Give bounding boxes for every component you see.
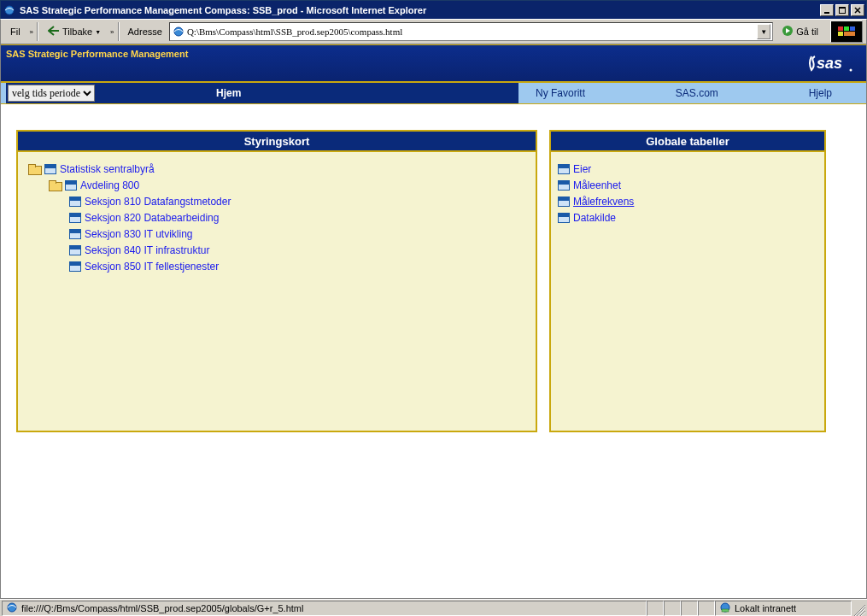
status-zone-text: Lokalt intranett	[735, 603, 796, 613]
chevron-expand-icon[interactable]: »	[30, 28, 33, 36]
svg-rect-6	[838, 26, 843, 31]
folder-open-icon[interactable]	[49, 180, 62, 191]
scorecard-icon	[69, 261, 81, 272]
file-menu-label: Fil	[10, 26, 21, 37]
page-content: SAS Strategic Performance Management sas…	[0, 44, 867, 599]
ie-throbber-icon	[830, 21, 863, 43]
status-url-cell: file:///Q:/Bms/Compass/html/SSB_prod.sep…	[2, 601, 647, 616]
svg-rect-1	[824, 12, 829, 14]
tree-link-section-820[interactable]: Seksjon 820 Databearbeiding	[85, 212, 219, 224]
table-icon	[558, 213, 570, 223]
scorecard-tree: Statistisk sentralbyrå Avdeling 800 Seks…	[18, 152, 536, 431]
svg-rect-8	[850, 26, 855, 31]
folder-open-icon[interactable]	[28, 164, 41, 174]
globals-panel-title: Globale tabeller	[551, 132, 824, 152]
tree-row-section: Seksjon 830 IT utvikling	[25, 226, 529, 242]
globals-list: Eier Måleenhet Målefrekvens Datakilde	[551, 152, 824, 431]
global-link-malefrekvens[interactable]: Målefrekvens	[573, 196, 634, 208]
tree-row-dept: Avdeling 800	[25, 177, 529, 193]
browser-toolbar: Fil » Tilbake ▼ » Adresse ▼ Gå til	[0, 19, 867, 44]
main-area: Styringskort Statistisk sentralbyrå Avde…	[1, 104, 866, 598]
nav-home[interactable]: Hjem	[199, 87, 258, 99]
back-label: Tilbake	[62, 26, 92, 37]
table-icon	[558, 197, 570, 207]
go-arrow-icon	[782, 25, 794, 38]
svg-text:sas: sas	[817, 55, 842, 72]
list-item: Målefrekvens	[558, 193, 817, 209]
chevron-down-icon: ▼	[95, 29, 101, 35]
scorecard-icon	[65, 180, 77, 191]
status-empty-3	[681, 601, 698, 616]
tree-row-section: Seksjon 810 Datafangstmetoder	[25, 193, 529, 209]
global-link-eier[interactable]: Eier	[573, 163, 591, 175]
list-item: Datakilde	[558, 209, 817, 226]
sas-logo-icon: sas	[806, 51, 858, 77]
tree-row-section: Seksjon 850 IT fellestjenester	[25, 258, 529, 274]
status-empty-2	[664, 601, 681, 616]
tree-link-section-850[interactable]: Seksjon 850 IT fellestjenester	[85, 261, 219, 273]
toolbar-separator	[118, 22, 120, 41]
tree-link-section-810[interactable]: Seksjon 810 Datafangstmetoder	[85, 196, 231, 208]
window-title: SAS Strategic Performance Management Com…	[20, 5, 818, 15]
scorecard-panel: Styringskort Statistisk sentralbyrå Avde…	[16, 130, 537, 432]
scorecard-icon	[69, 229, 81, 239]
minimize-button[interactable]	[820, 4, 834, 16]
go-button[interactable]: Gå til	[776, 22, 823, 41]
period-cell: velg tids periode	[6, 83, 139, 103]
app-banner: SAS Strategic Performance Management sas	[1, 44, 866, 82]
svg-rect-15	[722, 609, 729, 612]
scorecard-icon	[69, 197, 81, 207]
file-menu[interactable]: Fil	[4, 22, 26, 41]
address-bar: ▼	[169, 22, 773, 41]
table-icon	[558, 180, 570, 191]
svg-point-12	[850, 69, 852, 72]
svg-rect-9	[838, 32, 843, 36]
toolbar-separator	[37, 22, 38, 41]
nav-new-favorite[interactable]: Ny Favoritt	[518, 87, 602, 99]
tree-row-section: Seksjon 820 Databearbeiding	[25, 209, 529, 226]
resize-grip[interactable]	[852, 601, 865, 616]
chevron-expand-icon[interactable]: »	[110, 28, 114, 36]
status-empty-4	[698, 601, 715, 616]
globals-panel: Globale tabeller Eier Måleenhet Målefrek…	[549, 130, 826, 432]
nav-bar: velg tids periode Hjem Ny Favoritt SAS.c…	[1, 82, 866, 104]
nav-home-area: Hjem	[139, 83, 518, 103]
svg-point-4	[174, 27, 183, 36]
svg-rect-7	[844, 26, 849, 31]
ie-page-icon	[6, 601, 18, 615]
status-empty-1	[647, 601, 664, 616]
scorecard-icon	[44, 164, 56, 174]
close-button[interactable]	[851, 4, 864, 16]
global-link-maleenhet[interactable]: Måleenhet	[573, 179, 621, 191]
table-icon	[558, 164, 570, 174]
scorecard-panel-title: Styringskort	[18, 132, 536, 152]
app-title: SAS Strategic Performance Management	[6, 49, 188, 59]
tree-row-root: Statistisk sentralbyrå	[25, 161, 529, 177]
list-item: Eier	[558, 161, 817, 177]
address-label: Adresse	[123, 26, 166, 37]
svg-point-13	[8, 603, 16, 612]
global-link-datakilde[interactable]: Datakilde	[573, 212, 616, 224]
nav-sas-com[interactable]: SAS.com	[659, 87, 735, 99]
list-item: Måleenhet	[558, 177, 817, 193]
tree-link-root[interactable]: Statistisk sentralbyrå	[60, 163, 155, 175]
address-dropdown[interactable]: ▼	[757, 24, 770, 39]
scorecard-icon	[69, 245, 81, 255]
svg-rect-3	[839, 7, 846, 9]
go-label: Gå til	[796, 26, 818, 37]
period-select[interactable]: velg tids periode	[8, 85, 95, 102]
tree-link-dept[interactable]: Avdeling 800	[80, 179, 139, 191]
tree-link-section-830[interactable]: Seksjon 830 IT utvikling	[85, 228, 193, 240]
address-input[interactable]	[187, 26, 757, 37]
nav-help[interactable]: Hjelp	[792, 87, 849, 99]
status-zone-cell: Lokalt intranett	[715, 601, 852, 616]
nav-right-area: Ny Favoritt SAS.com Hjelp	[518, 83, 866, 103]
intranet-zone-icon	[719, 601, 731, 615]
scorecard-icon	[69, 213, 81, 223]
tree-link-section-840[interactable]: Seksjon 840 IT infrastruktur	[85, 244, 210, 256]
svg-rect-10	[844, 32, 855, 36]
ie-page-icon	[172, 25, 185, 38]
maximize-button[interactable]	[835, 4, 849, 16]
back-button[interactable]: Tilbake ▼	[42, 22, 107, 41]
ie-app-icon	[3, 3, 16, 17]
